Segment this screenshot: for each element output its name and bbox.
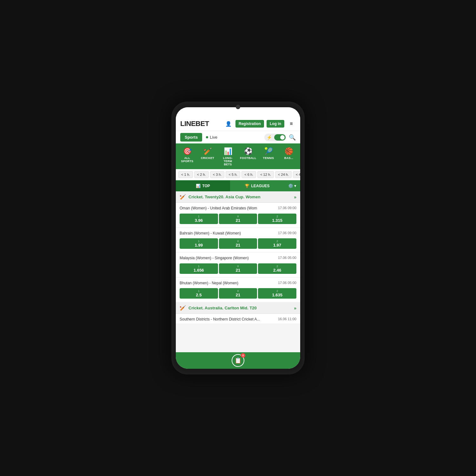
league-header-carlton-mid[interactable]: 🏏 Cricket. Australia. Carlton Mid. T20 » bbox=[176, 302, 300, 314]
time-filter-24h[interactable]: < 24 h. bbox=[275, 171, 292, 178]
odd-2-oman-uae[interactable]: 2 1.315 bbox=[258, 214, 296, 224]
match-time-bhutan-nepal: 17.06 05:00 bbox=[278, 281, 296, 285]
all-sports-emoji: 🎯 bbox=[183, 147, 192, 155]
match-info-malaysia-singapore: Malaysia (Women) - Singapore (Women) 17.… bbox=[176, 253, 300, 262]
cricket-emoji: 🏏 bbox=[203, 147, 212, 155]
header-icons: 👤 Registration Log in ≡ bbox=[224, 119, 296, 128]
odd-1-bhutan-nepal[interactable]: 1 2.5 bbox=[180, 288, 218, 299]
match-southern-northern: Southern Districts - Northern District C… bbox=[176, 314, 300, 323]
tennis-emoji: 🎾 bbox=[264, 147, 273, 155]
list-icon: ⚡ bbox=[265, 134, 274, 141]
match-teams-bhutan-nepal: Bhutan (Women) - Nepal (Women) bbox=[180, 281, 275, 286]
league2-expand-icon[interactable]: » bbox=[294, 306, 296, 311]
match-info-oman-uae: Oman (Women) - United Arab Emirates (Wom… bbox=[176, 203, 300, 212]
top-leagues-tabs: 📊 TOP 🏆 LEAGUES ⚙️ ▾ bbox=[176, 180, 300, 191]
camera-notch bbox=[236, 105, 240, 109]
odd-1-oman-uae[interactable]: 1 3.96 bbox=[180, 214, 218, 224]
login-button[interactable]: Log in bbox=[267, 120, 284, 128]
match-bhutan-nepal: Bhutan (Women) - Nepal (Women) 17.06 05:… bbox=[176, 278, 300, 302]
time-filter-48h[interactable]: < 48 h. bbox=[293, 171, 300, 178]
content-area: 🏏 Cricket. Twenty20. Asia Cup. Women » O… bbox=[176, 191, 300, 352]
cricket-league-icon: 🏏 bbox=[180, 194, 186, 200]
match-info-bhutan-nepal: Bhutan (Women) - Nepal (Women) 17.06 05:… bbox=[176, 278, 300, 287]
user-icon[interactable]: 👤 bbox=[224, 119, 233, 128]
settings-tab[interactable]: ⚙️ ▾ bbox=[284, 180, 300, 191]
league-expand-icon[interactable]: » bbox=[294, 195, 296, 200]
nav-bar: Sports Live ⚡ 🔍 bbox=[176, 131, 300, 143]
menu-icon[interactable]: ≡ bbox=[287, 119, 296, 128]
tab-cricket[interactable]: 🏏 CRICKET bbox=[198, 146, 217, 167]
match-oman-uae: Oman (Women) - United Arab Emirates (Wom… bbox=[176, 203, 300, 227]
odd-1-malaysia-singapore[interactable]: 1 1.656 bbox=[180, 263, 218, 274]
header: LINEBET 👤 Registration Log in ≡ bbox=[176, 107, 300, 131]
gear-icon: ⚙️ bbox=[288, 183, 293, 188]
match-teams-bahrain-kuwait: Bahrain (Women) - Kuwait (Women) bbox=[180, 231, 275, 236]
chevron-down-icon: ▾ bbox=[294, 183, 296, 188]
match-time-malaysia-singapore: 17.06 05:00 bbox=[278, 256, 296, 260]
bet-slip-icon: 📋 bbox=[235, 357, 241, 364]
search-icon[interactable]: 🔍 bbox=[289, 134, 296, 141]
odd-2-bhutan-nepal[interactable]: 2 1.635 bbox=[258, 288, 296, 299]
tab-basketball[interactable]: 🏀 BAS... bbox=[279, 146, 298, 167]
time-filter-1h[interactable]: < 1 h. bbox=[178, 171, 193, 178]
time-filter-5h[interactable]: < 5 h. bbox=[226, 171, 240, 178]
league-section-carlton-mid: 🏏 Cricket. Australia. Carlton Mid. T20 »… bbox=[176, 302, 300, 323]
registration-button[interactable]: Registration bbox=[235, 120, 264, 128]
match-teams-southern-northern: Southern Districts - Northern District C… bbox=[180, 317, 275, 322]
view-toggle[interactable]: ⚡ bbox=[264, 134, 286, 141]
match-teams-malaysia-singapore: Malaysia (Women) - Singapore (Women) bbox=[180, 256, 275, 261]
odd-x-bhutan-nepal[interactable]: X 21 bbox=[219, 288, 257, 299]
basketball-emoji: 🏀 bbox=[285, 147, 293, 155]
match-time-bahrain-kuwait: 17.06 09:00 bbox=[278, 231, 296, 235]
match-time-southern-northern: 16.06 11:00 bbox=[278, 317, 296, 321]
live-section[interactable]: Live bbox=[206, 135, 217, 140]
bet-count: 0 bbox=[241, 353, 245, 358]
nav-right: ⚡ 🔍 bbox=[264, 134, 296, 141]
odd-x-malaysia-singapore[interactable]: X 21 bbox=[219, 263, 257, 274]
league-title-asia-cup: Cricket. Twenty20. Asia Cup. Women bbox=[188, 195, 291, 199]
phone-frame: LINEBET 👤 Registration Log in ≡ Sports L… bbox=[171, 102, 305, 374]
football-emoji: ⚽ bbox=[244, 147, 253, 155]
match-time-oman-uae: 17.06 09:00 bbox=[278, 206, 296, 210]
top-icon: 📊 bbox=[196, 184, 201, 188]
odds-row-bhutan-nepal: 1 2.5 X 21 2 1.635 bbox=[176, 287, 300, 302]
leagues-label: LEAGUES bbox=[251, 184, 269, 188]
tab-football[interactable]: ⚽ FOOTBALL bbox=[239, 146, 258, 167]
toggle-switch[interactable] bbox=[274, 134, 286, 141]
time-filter-3h[interactable]: < 3 h. bbox=[210, 171, 225, 178]
odd-2-malaysia-singapore[interactable]: 2 2.46 bbox=[258, 263, 296, 274]
tab-all-sports[interactable]: 🎯 ALL SPORTS bbox=[178, 146, 197, 167]
live-dot bbox=[206, 136, 208, 138]
odd-2-bahrain-kuwait[interactable]: 2 1.97 bbox=[258, 238, 296, 249]
live-label: Live bbox=[210, 135, 217, 140]
odd-1-bahrain-kuwait[interactable]: 1 1.99 bbox=[180, 238, 218, 249]
odds-row-bahrain-kuwait: 1 1.99 X 21 2 1.97 bbox=[176, 237, 300, 252]
match-teams-oman-uae: Oman (Women) - United Arab Emirates (Wom bbox=[180, 206, 275, 211]
match-info-bahrain-kuwait: Bahrain (Women) - Kuwait (Women) 17.06 0… bbox=[176, 228, 300, 237]
odd-x-bahrain-kuwait[interactable]: X 21 bbox=[219, 238, 257, 249]
tab-leagues[interactable]: 🏆 LEAGUES bbox=[230, 181, 284, 191]
odds-row-oman-uae: 1 3.96 X 21 2 1.315 bbox=[176, 212, 300, 227]
time-filters: < 1 h. < 2 h. < 3 h. < 5 h. < 6 h. < 12 … bbox=[176, 169, 300, 180]
sports-button[interactable]: Sports bbox=[180, 133, 202, 142]
bet-slip-badge[interactable]: 📋 0 bbox=[232, 354, 244, 367]
time-filter-12h[interactable]: < 12 h. bbox=[257, 171, 274, 178]
match-bahrain-kuwait: Bahrain (Women) - Kuwait (Women) 17.06 0… bbox=[176, 228, 300, 252]
tab-top[interactable]: 📊 TOP bbox=[176, 181, 230, 191]
tab-long-term[interactable]: 📊 LONG-TERM BETS bbox=[218, 146, 237, 167]
phone-screen: LINEBET 👤 Registration Log in ≡ Sports L… bbox=[176, 107, 300, 369]
match-malaysia-singapore: Malaysia (Women) - Singapore (Women) 17.… bbox=[176, 253, 300, 277]
tab-tennis[interactable]: 🎾 TENNIS bbox=[259, 146, 278, 167]
app-logo: LINEBET bbox=[180, 120, 221, 128]
bottom-bar: 📋 0 bbox=[176, 352, 300, 369]
leagues-icon: 🏆 bbox=[245, 184, 249, 188]
long-term-emoji: 📊 bbox=[224, 147, 232, 155]
league-title-carlton-mid: Cricket. Australia. Carlton Mid. T20 bbox=[188, 306, 291, 310]
league-header-asia-cup[interactable]: 🏏 Cricket. Twenty20. Asia Cup. Women » bbox=[176, 191, 300, 203]
league-section-asia-cup: 🏏 Cricket. Twenty20. Asia Cup. Women » O… bbox=[176, 191, 300, 302]
match-info-southern-northern: Southern Districts - Northern District C… bbox=[176, 314, 300, 323]
time-filter-2h[interactable]: < 2 h. bbox=[194, 171, 209, 178]
sports-tabs: 🎯 ALL SPORTS 🏏 CRICKET 📊 LONG-TERM BETS … bbox=[176, 143, 300, 169]
time-filter-6h[interactable]: < 6 h. bbox=[241, 171, 256, 178]
odd-x-oman-uae[interactable]: X 21 bbox=[219, 214, 257, 224]
